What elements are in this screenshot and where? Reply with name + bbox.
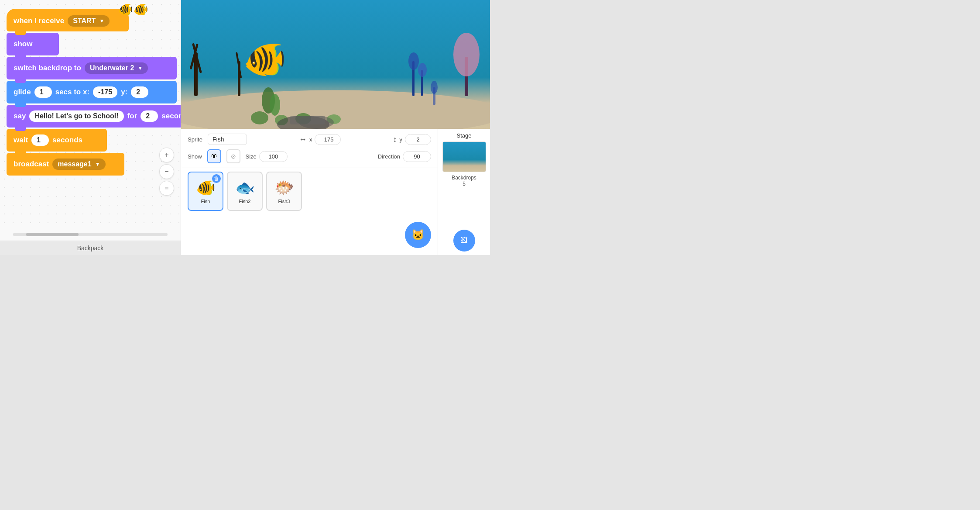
add-sprite-button[interactable]: 🐱 <box>405 222 431 248</box>
glide-x-input[interactable]: -175 <box>93 86 117 98</box>
fish2-thumb-icon: 🐟 <box>235 179 255 197</box>
svg-rect-15 <box>433 87 435 105</box>
say-text-input[interactable]: Hello! Let's go to School! <box>29 110 123 122</box>
right-panel: 🐠 Sprite ↔ x ↕ y <box>181 0 490 255</box>
sprites-row: 🗑 🐠 Fish 🐟 Fish2 🐡 Fish3 🐱 <box>181 168 438 255</box>
delete-badge[interactable]: 🗑 <box>212 174 221 183</box>
backpack-label: Backpack <box>77 245 104 252</box>
sprite-label: Sprite <box>188 136 202 143</box>
size-label: Size <box>246 153 257 160</box>
stage-thumbnail[interactable] <box>442 141 486 172</box>
sprite-info-row-2: Show 👁 ⊘ Size Direction <box>188 149 431 163</box>
switch-backdrop-label: switch backdrop to <box>14 64 81 72</box>
y-input[interactable] <box>405 134 431 145</box>
seconds-label-wait: seconds <box>52 136 82 145</box>
show-hidden-button[interactable]: ⊘ <box>226 149 240 163</box>
sprites-section: Sprite ↔ x ↕ y Show <box>181 129 438 255</box>
clownfish-sprite: 🐠 <box>243 39 287 80</box>
zoom-out-button[interactable]: − <box>159 164 174 179</box>
show-block[interactable]: show <box>7 33 59 55</box>
size-input[interactable] <box>259 151 288 162</box>
wait-duration-input[interactable]: 1 <box>31 134 49 146</box>
for-label: for <box>127 112 137 121</box>
stage-area: 🐠 <box>181 0 490 129</box>
svg-point-13 <box>453 33 480 76</box>
eye-open-icon: 👁 <box>211 152 218 160</box>
broadcast-block[interactable]: broadcast message1 ▼ <box>7 153 124 176</box>
show-row-label: Show <box>188 153 202 160</box>
stage-panel-label: Stage <box>457 132 472 139</box>
scene-svg <box>181 0 490 129</box>
eye-closed-icon: ⊘ <box>231 153 236 160</box>
zoom-in-button[interactable]: + <box>159 148 174 162</box>
message-dropdown[interactable]: message1 ▼ <box>52 159 105 170</box>
size-group: Size <box>246 151 288 162</box>
fish-thumb-label: Fish <box>201 199 210 204</box>
blocks-area: when I receive START ▼ 🐠🐠 show switch ba… <box>0 0 181 231</box>
say-block[interactable]: say Hello! Let's go to School! for 2 sec… <box>7 105 181 128</box>
hat-block[interactable]: when I receive START ▼ 🐠🐠 <box>7 9 129 31</box>
stage-panel: Stage Backdrops 5 🖼 <box>438 129 490 255</box>
x-coord-group: ↔ x <box>299 134 341 145</box>
wait-block[interactable]: wait 1 seconds <box>7 129 107 152</box>
glide-block[interactable]: glide 1 secs to x: -175 y: 2 <box>7 81 177 103</box>
when-i-receive-label: when I receive <box>14 17 64 25</box>
zoom-controls: + − = <box>159 148 174 196</box>
seconds-label-say: seconds <box>161 112 181 121</box>
backdrops-label: Backdrops <box>452 175 476 181</box>
stage-thumb-bg <box>443 142 486 172</box>
show-visible-button[interactable]: 👁 <box>207 149 221 163</box>
backdrops-count: 5 <box>452 181 476 187</box>
backdrop-dropdown-arrow: ▼ <box>137 65 143 71</box>
sprite-info-row-1: Sprite ↔ x ↕ y <box>188 134 431 145</box>
show-label: show <box>14 40 32 48</box>
svg-point-9 <box>408 52 419 70</box>
glide-y-input[interactable]: 2 <box>131 86 148 98</box>
say-label: say <box>14 112 26 121</box>
add-sprite-icon: 🐱 <box>411 229 425 241</box>
sprite-hint: 🐠🐠 <box>118 2 148 17</box>
sprite-info-panel: Sprite ↔ x ↕ y Show <box>181 129 438 168</box>
direction-label: Direction <box>378 153 400 160</box>
fish2-thumb-label: Fish2 <box>239 199 251 204</box>
y-coord-group: ↕ y <box>393 134 432 145</box>
svg-point-7 <box>270 94 280 116</box>
switch-backdrop-block[interactable]: switch backdrop to Underwater 2 ▼ <box>7 57 177 79</box>
bottom-section: Sprite ↔ x ↕ y Show <box>181 129 490 255</box>
x-label: x <box>309 136 312 143</box>
svg-point-11 <box>418 63 427 77</box>
block-stack: when I receive START ▼ 🐠🐠 show switch ba… <box>7 9 174 177</box>
fish3-thumb-label: Fish3 <box>278 199 290 204</box>
add-backdrop-button[interactable]: 🖼 <box>453 230 475 252</box>
message-dropdown-arrow: ▼ <box>95 161 100 167</box>
underwater-background: 🐠 <box>181 0 490 129</box>
wait-label: wait <box>14 136 28 145</box>
scroll-thumb[interactable] <box>26 233 79 236</box>
backdrops-info: Backdrops 5 <box>452 175 476 187</box>
sprite-thumb-fish2[interactable]: 🐟 Fish2 <box>227 172 263 211</box>
y-arrows-icon: ↕ <box>393 135 397 144</box>
glide-secs-input[interactable]: 1 <box>34 86 52 98</box>
sprite-thumb-fish[interactable]: 🗑 🐠 Fish <box>188 172 223 211</box>
sprite-name-input[interactable] <box>208 134 247 145</box>
backpack-bar[interactable]: Backpack <box>0 241 181 255</box>
y-label: y: <box>121 88 127 96</box>
broadcast-label: broadcast <box>14 160 49 169</box>
svg-point-16 <box>251 111 268 124</box>
x-arrows-icon: ↔ <box>299 135 307 144</box>
add-backdrop-icon: 🖼 <box>461 237 468 245</box>
backdrop-dropdown[interactable]: Underwater 2 ▼ <box>85 62 148 74</box>
fish-thumb-icon: 🐠 <box>196 179 216 197</box>
fish3-thumb-icon: 🐡 <box>274 179 294 197</box>
say-duration-input[interactable]: 2 <box>140 110 158 122</box>
x-input[interactable] <box>315 134 341 145</box>
sprite-thumb-fish3[interactable]: 🐡 Fish3 <box>266 172 302 211</box>
secs-to-x-label: secs to x: <box>55 88 89 96</box>
scroll-bar[interactable] <box>13 233 168 236</box>
glide-label: glide <box>14 88 31 96</box>
start-dropdown[interactable]: START ▼ <box>68 15 110 27</box>
code-panel: when I receive START ▼ 🐠🐠 show switch ba… <box>0 0 181 255</box>
direction-input[interactable] <box>403 151 431 162</box>
fit-button[interactable]: = <box>159 181 174 196</box>
dropdown-arrow: ▼ <box>99 18 104 24</box>
